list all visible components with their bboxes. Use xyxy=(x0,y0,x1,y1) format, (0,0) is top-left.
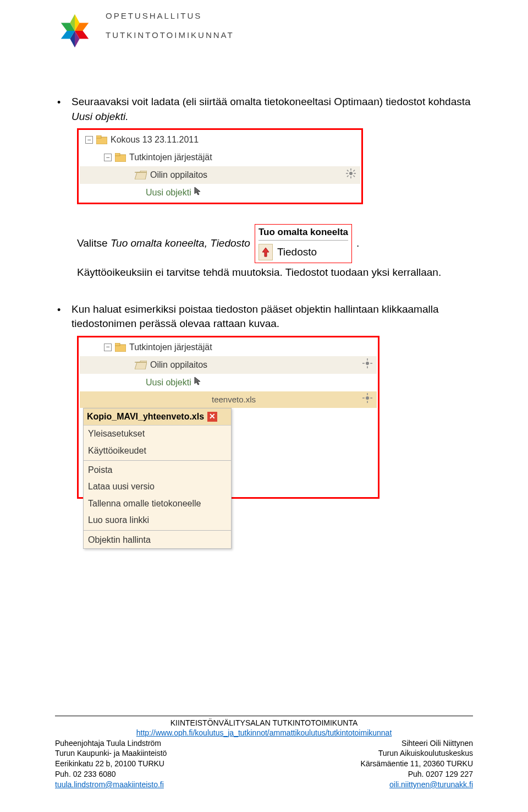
svg-rect-10 xyxy=(96,135,101,138)
file-partial-label: teenveto.xls xyxy=(212,394,256,405)
screenshot-tree-1: − Kokous 13 23.11.2011 − Tutkintojen jär… xyxy=(77,128,363,204)
logo-icon xyxy=(55,11,95,51)
gear-icon[interactable] xyxy=(362,393,372,406)
page-footer: KIINTEISTÖNVÄLITYSALAN TUTKINTOTOIMIKUNT… xyxy=(55,716,473,790)
bullet-2-text: Kun haluat esimerkiksi poistaa tiedoston… xyxy=(72,302,473,331)
bullet-2: • Kun haluat esimerkiksi poistaa tiedost… xyxy=(55,302,473,331)
bullet-icon: • xyxy=(55,95,72,110)
svg-rect-38 xyxy=(370,398,372,399)
tree-child-label[interactable]: Tutkintojen järjestäjät xyxy=(129,151,212,164)
valitse-line: Valitse Tuo omalta koneelta, Tiedosto Tu… xyxy=(77,224,473,263)
folder-icon xyxy=(115,153,126,162)
folder-open-icon xyxy=(135,361,147,369)
page-header: OPETUSHALLITUS TUTKINTOTOIMIKUNNAT xyxy=(55,11,473,51)
footer-left-2: Turun Kaupunki- ja Maakiinteistö xyxy=(55,748,167,759)
svg-rect-31 xyxy=(362,363,365,364)
svg-point-28 xyxy=(366,362,369,365)
new-object-link[interactable]: Uusi objekti xyxy=(146,187,191,199)
folder-icon xyxy=(96,135,107,144)
cursor-icon xyxy=(194,186,204,199)
context-menu: Kopio_MAVI_yhteenveto.xls ✕ Yleisasetuks… xyxy=(83,408,232,549)
footer-url[interactable]: http://www.oph.fi/koulutus_ja_tutkinnot/… xyxy=(136,728,392,737)
menu-title-label: Kopio_MAVI_yhteenveto.xls xyxy=(87,411,204,423)
svg-rect-21 xyxy=(346,175,349,177)
svg-rect-32 xyxy=(370,363,372,364)
svg-rect-17 xyxy=(346,173,348,174)
svg-point-14 xyxy=(349,172,353,175)
footer-left-1: Puheenjohtaja Tuula Lindström xyxy=(55,738,167,749)
footer-right-2: Turun Aikuiskoulutuskeskus xyxy=(361,748,473,759)
svg-marker-23 xyxy=(195,187,200,195)
collapse-icon[interactable]: − xyxy=(85,136,93,144)
menu-item[interactable]: Objektin hallinta xyxy=(84,532,231,548)
gear-icon[interactable] xyxy=(346,168,356,182)
bullet-icon: • xyxy=(55,302,72,317)
bullet-1-text: Seuraavaksi voit ladata (eli siirtää oma… xyxy=(72,96,471,107)
menu-item[interactable]: Poista xyxy=(84,462,231,478)
tuo-title: Tuo omalta koneelta xyxy=(258,226,348,241)
gear-icon[interactable] xyxy=(362,358,372,372)
tree-child-label[interactable]: Oilin oppilaitos xyxy=(150,169,207,181)
line-3: Käyttöoikeuksiin ei tarvitse tehdä muuto… xyxy=(77,265,473,280)
footer-left-3: Eerikinkatu 22 b, 20100 TURKU xyxy=(55,759,167,769)
svg-rect-15 xyxy=(350,168,351,171)
valitse-pre: Valitse xyxy=(77,237,111,249)
footer-right-3: Kärsämäentie 11, 20360 TURKU xyxy=(361,759,473,769)
svg-marker-24 xyxy=(262,248,269,257)
footer-left-email[interactable]: tuula.lindstrom@maakiinteisto.fi xyxy=(55,780,164,789)
collapse-icon[interactable]: − xyxy=(104,344,112,351)
svg-rect-18 xyxy=(354,173,356,174)
bullet-1-em: Uusi objekti. xyxy=(72,111,129,122)
bullet-1: • Seuraavaksi voit ladata (eli siirtää o… xyxy=(55,95,473,124)
tuo-item-label[interactable]: Tiedosto xyxy=(277,245,317,260)
footer-left-4: Puh. 02 233 6080 xyxy=(55,769,167,780)
svg-marker-13 xyxy=(135,171,147,179)
menu-item[interactable]: Yleisasetukset xyxy=(84,426,231,442)
cursor-icon xyxy=(194,376,204,389)
header-org-1: OPETUSHALLITUS xyxy=(106,11,234,20)
upload-icon[interactable] xyxy=(258,244,273,260)
menu-item[interactable]: Luo suora linkki xyxy=(84,512,231,528)
folder-open-icon xyxy=(135,171,147,179)
svg-rect-16 xyxy=(350,176,351,178)
svg-marker-33 xyxy=(195,377,200,385)
tree-child-label[interactable]: Oilin oppilaitos xyxy=(150,359,207,371)
menu-item[interactable]: Käyttöoikeudet xyxy=(84,443,231,459)
footer-right-1: Sihteeri Oili Niittynen xyxy=(361,738,473,749)
header-org-2: TUTKINTOTOIMIKUNNAT xyxy=(106,30,234,40)
footer-title: KIINTEISTÖNVÄLITYSALAN TUTKINTOTOIMIKUNT… xyxy=(55,718,473,727)
folder-icon xyxy=(115,343,126,352)
svg-rect-35 xyxy=(367,393,368,395)
svg-rect-12 xyxy=(115,153,120,156)
svg-rect-30 xyxy=(367,366,368,368)
footer-right-email[interactable]: oili.niittynen@turunakk.fi xyxy=(389,780,473,789)
svg-rect-36 xyxy=(367,401,368,404)
footer-right-4: Puh. 0207 129 227 xyxy=(361,769,473,780)
close-icon[interactable]: ✕ xyxy=(207,412,217,422)
svg-rect-37 xyxy=(362,398,365,399)
menu-item[interactable]: Lataa uusi versio xyxy=(84,478,231,495)
menu-item[interactable]: Tallenna omalle tietokoneelle xyxy=(84,495,231,512)
svg-marker-27 xyxy=(135,361,147,369)
collapse-icon[interactable]: − xyxy=(104,154,112,161)
svg-rect-29 xyxy=(367,358,368,361)
tree-root-label[interactable]: Kokous 13 23.11.2011 xyxy=(111,134,199,146)
svg-rect-22 xyxy=(353,175,355,177)
valitse-em: Tuo omalta koneelta, Tiedosto xyxy=(111,237,250,249)
tree-child-label[interactable]: Tutkintojen järjestäjät xyxy=(129,341,212,353)
svg-rect-19 xyxy=(346,170,349,172)
new-object-link[interactable]: Uusi objekti xyxy=(146,377,191,389)
screenshot-tuo-box: Tuo omalta koneelta Tiedosto xyxy=(255,224,352,263)
svg-rect-26 xyxy=(115,343,120,346)
svg-rect-20 xyxy=(353,170,355,172)
screenshot-tree-2: − Tutkintojen järjestäjät Oilin oppilait… xyxy=(77,336,380,499)
svg-point-34 xyxy=(366,396,369,400)
